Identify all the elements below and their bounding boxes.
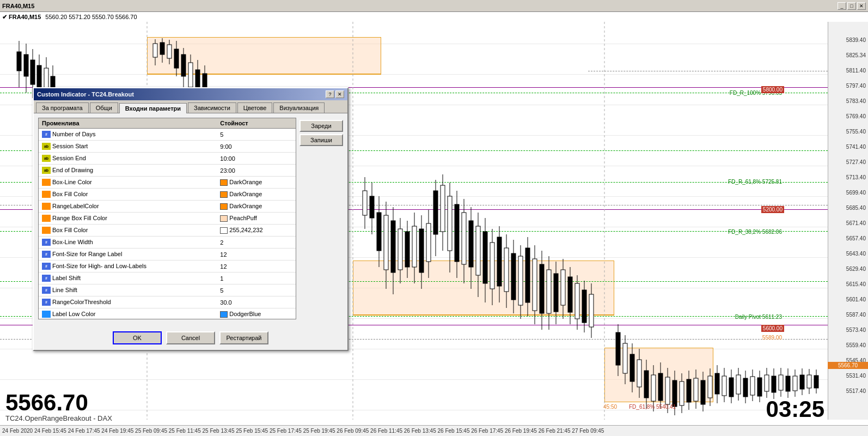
svg-rect-85 <box>561 270 565 305</box>
dialog-help-button[interactable]: ? <box>326 90 334 98</box>
table-row[interactable]: abEnd of Drawing23:00 <box>39 165 296 177</box>
param-name-cell: Box Fill Color <box>39 189 217 201</box>
table-row[interactable]: #Number of Days5 <box>39 129 296 141</box>
price-5657: 5657.40 <box>846 235 866 241</box>
tab-about[interactable]: За програмата <box>36 102 89 113</box>
price-5825: 5825.34 <box>846 52 866 58</box>
tab-dependencies[interactable]: Зависимости <box>188 102 236 113</box>
tab-visualization[interactable]: Визуализация <box>273 102 325 113</box>
table-row[interactable]: #Font-Size for High- and Low-Labels12 <box>39 261 296 272</box>
price-5727: 5727.40 <box>846 159 866 165</box>
param-name-cell: Range Box Fill Color <box>39 213 217 225</box>
tab-colors[interactable]: Цветове <box>237 102 272 113</box>
table-row[interactable]: abSession End10:00 <box>39 153 296 165</box>
param-name-cell: abEnd of Drawing <box>39 165 217 177</box>
svg-rect-59 <box>469 221 473 267</box>
col-variable: Променлива <box>39 118 217 129</box>
tab-input-params[interactable]: Входни параметри <box>119 103 187 113</box>
table-row[interactable]: #Box-Line Width2 <box>39 237 296 249</box>
param-name-cell: abSession Start <box>39 141 217 153</box>
price-5531: 5531.40 <box>846 373 866 379</box>
price-5769: 5769.40 <box>846 113 866 119</box>
chart-symbol: ✔ FRA40,M15 <box>2 14 41 21</box>
minimize-button[interactable]: _ <box>838 2 846 10</box>
svg-rect-109 <box>665 377 670 404</box>
table-row[interactable]: Box-Line ColorDarkOrange <box>39 177 296 189</box>
svg-rect-147 <box>800 375 804 389</box>
svg-rect-121 <box>708 376 712 398</box>
ok-button[interactable]: OK <box>113 331 162 344</box>
svg-rect-87 <box>568 277 572 312</box>
table-row[interactable]: Range Box Fill ColorPeachPuff <box>39 213 296 225</box>
price-display-area: 5566.70 TC24.OpenRangeBreakout - DAX <box>5 391 112 422</box>
svg-rect-83 <box>554 274 558 312</box>
indicator-settings-dialog[interactable]: Custom Indicator - TC24.Breakout ? ✕ За … <box>33 87 349 351</box>
param-name-cell: abSession End <box>39 153 217 165</box>
maximize-button[interactable]: □ <box>847 2 856 10</box>
param-name-cell: #Line Shift <box>39 284 217 296</box>
param-value-cell: 12 <box>217 249 296 261</box>
save-button[interactable]: Запиши <box>299 134 343 146</box>
close-button[interactable]: ✕ <box>857 2 866 10</box>
svg-rect-103 <box>644 371 649 398</box>
svg-rect-41 <box>405 232 409 267</box>
param-name-cell: Label Low Color <box>39 308 217 320</box>
daily-pivot-label: Daily Pivot 5611.23 <box>735 314 782 320</box>
svg-rect-139 <box>772 376 776 392</box>
dialog-close-button[interactable]: ✕ <box>335 90 344 98</box>
svg-rect-137 <box>765 375 769 391</box>
params-table-container[interactable]: Променлива Стойност #Number of Days5abSe… <box>38 118 296 319</box>
chart-ohlc: 5560.20 5571.20 5550.70 5566.70 <box>45 14 137 20</box>
svg-rect-125 <box>722 376 726 396</box>
param-value-cell: DarkOrange <box>217 189 296 201</box>
param-value-cell: 5 <box>217 284 296 296</box>
svg-rect-93 <box>589 294 594 327</box>
table-row[interactable]: Label Low ColorDodgerBlue <box>39 308 296 320</box>
svg-rect-117 <box>694 378 698 401</box>
svg-rect-143 <box>786 376 790 391</box>
candle-group-middle <box>363 174 594 338</box>
param-value-cell: DarkOrange <box>217 177 296 189</box>
table-row[interactable]: #RangeColorThreshold30.0 <box>39 296 296 308</box>
svg-rect-39 <box>398 229 402 270</box>
svg-rect-63 <box>483 232 487 283</box>
dialog-content-area: Променлива Стойност #Number of Days5abSe… <box>34 113 347 328</box>
svg-rect-37 <box>391 221 395 272</box>
svg-rect-101 <box>637 360 641 387</box>
param-value-cell: 10:00 <box>217 153 296 165</box>
table-row[interactable]: #Font-Size for Range Label12 <box>39 249 296 261</box>
window-title: FRA40,M15 <box>2 3 34 9</box>
current-price-large: 5566.70 <box>5 391 112 414</box>
param-value-cell: 23:00 <box>217 165 296 177</box>
table-row[interactable]: Box Fill Color255,242,232 <box>39 225 296 237</box>
svg-rect-43 <box>412 226 417 267</box>
table-row[interactable]: #Line Shift5 <box>39 284 296 296</box>
svg-rect-89 <box>575 283 579 319</box>
indicator-name: TC24.OpenRangeBreakout - DAX <box>5 414 112 422</box>
svg-rect-69 <box>504 248 509 292</box>
tab-general[interactable]: Общи <box>90 102 118 113</box>
svg-rect-115 <box>687 379 691 402</box>
price-5699: 5699.40 <box>846 190 866 196</box>
table-row[interactable]: #Label Shift1 <box>39 272 296 284</box>
svg-rect-35 <box>384 215 388 270</box>
svg-rect-51 <box>441 185 445 232</box>
price-5741: 5741.40 <box>846 144 866 150</box>
svg-rect-47 <box>426 223 431 262</box>
svg-rect-149 <box>807 375 811 388</box>
table-row[interactable]: Box Fill ColorDarkOrange <box>39 189 296 201</box>
svg-rect-45 <box>419 229 424 272</box>
cancel-button[interactable]: Cancel <box>166 331 215 344</box>
load-button[interactable]: Зареди <box>299 120 343 132</box>
dialog-title-buttons: ? ✕ <box>326 90 344 98</box>
svg-rect-49 <box>433 191 438 234</box>
svg-rect-7 <box>37 65 41 87</box>
svg-rect-55 <box>455 204 459 262</box>
restart-button[interactable]: Рестартирай <box>219 331 268 344</box>
table-row[interactable]: abSession Start9:00 <box>39 141 296 153</box>
price-5200-badge: 5200.00 <box>761 206 784 213</box>
dialog-footer: OK Cancel Рестартирай <box>34 328 347 350</box>
svg-rect-67 <box>497 237 502 286</box>
table-row[interactable]: RangeLabelColorDarkOrange <box>39 201 296 213</box>
svg-rect-15 <box>160 43 164 55</box>
